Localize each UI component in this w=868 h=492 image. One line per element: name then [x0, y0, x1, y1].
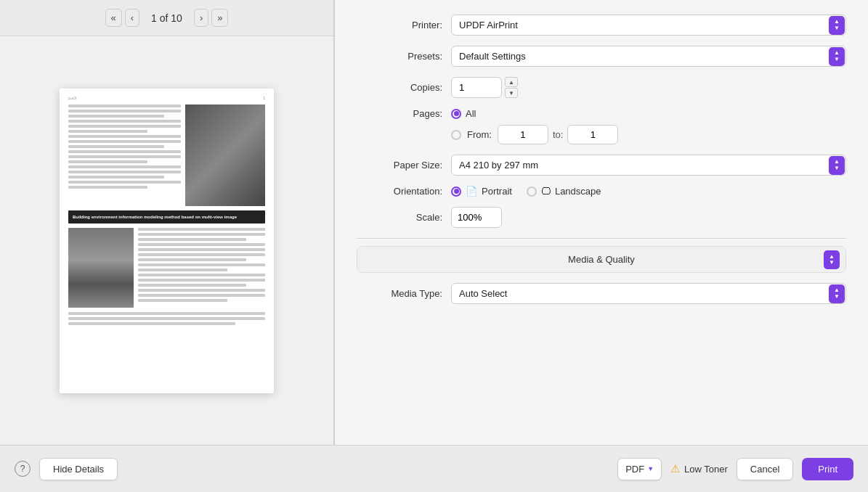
copies-control: ▲ ▼ — [451, 77, 846, 98]
portrait-option[interactable]: 📄 Portrait — [451, 186, 512, 197]
text-line — [138, 238, 246, 241]
text-line — [138, 284, 246, 287]
text-line — [68, 171, 181, 173]
orientation-label: Orientation: — [357, 186, 451, 197]
text-line — [68, 110, 181, 112]
doc-title-box: Building environment information modelin… — [68, 210, 265, 224]
text-line — [138, 263, 265, 266]
section-divider — [357, 238, 846, 239]
printer-row: Printer: UPDF AirPrint ▲ ▼ — [357, 15, 846, 36]
text-line — [138, 248, 265, 251]
text-line — [68, 176, 164, 179]
paper-size-select[interactable]: A4 210 by 297 mm — [451, 155, 846, 176]
landscape-label: Landscape — [555, 186, 601, 197]
nav-next-icon: › — [200, 12, 203, 23]
paper-size-control: A4 210 by 297 mm ▲ ▼ — [451, 155, 846, 176]
text-line — [68, 317, 265, 320]
text-line — [68, 140, 181, 143]
media-quality-stepper[interactable]: ▲ ▼ — [824, 250, 840, 269]
doc-columns — [68, 104, 265, 206]
media-type-control: Auto Select ▲ ▼ — [451, 283, 846, 304]
printer-select[interactable]: UPDF AirPrint — [451, 15, 846, 36]
portrait-icon: 📄 — [466, 186, 477, 197]
text-line — [68, 312, 265, 315]
nav-next-button[interactable]: › — [194, 9, 208, 27]
text-line — [68, 135, 181, 138]
text-line — [138, 243, 265, 246]
doc-bottom — [68, 228, 265, 308]
text-line — [68, 155, 181, 158]
print-button[interactable]: Print — [802, 458, 853, 480]
nav-prev-button[interactable]: ‹ — [125, 9, 139, 27]
landscape-option[interactable]: 🖵 Landscape — [527, 186, 601, 197]
help-button[interactable]: ? — [15, 461, 31, 477]
portrait-radio[interactable] — [451, 186, 461, 197]
text-line — [68, 150, 181, 153]
presets-stepper[interactable]: ▲ ▼ — [829, 47, 845, 66]
pages-section: Pages: All From: to: — [357, 108, 846, 144]
low-toner-label: Low Toner — [684, 464, 728, 475]
cancel-button[interactable]: Cancel — [737, 458, 793, 480]
stepper-up-icon: ▲ — [834, 19, 840, 25]
pages-range-option[interactable] — [451, 130, 461, 140]
copies-row: Copies: ▲ ▼ — [357, 77, 846, 98]
text-line — [138, 279, 265, 282]
text-line — [68, 322, 235, 325]
pages-all-option[interactable]: All — [451, 108, 476, 119]
doc-bottom-text-col — [138, 228, 265, 308]
text-line — [138, 294, 265, 297]
text-line — [68, 125, 181, 128]
text-line — [138, 228, 265, 231]
hide-details-button[interactable]: Hide Details — [39, 458, 118, 480]
pages-to-label: to: — [553, 129, 563, 140]
text-line — [68, 145, 164, 148]
media-type-stepper[interactable]: ▲ ▼ — [829, 284, 845, 303]
text-line — [68, 165, 181, 168]
nav-last-button[interactable]: » — [211, 9, 228, 27]
pages-to-input[interactable] — [567, 125, 618, 144]
media-type-select-wrapper: Auto Select ▲ ▼ — [451, 283, 846, 304]
media-quality-header[interactable]: Media & Quality ▲ ▼ — [357, 246, 846, 273]
pdf-button[interactable]: PDF ▼ — [617, 458, 662, 480]
copies-increment-button[interactable]: ▲ — [505, 77, 518, 87]
doc-image — [185, 104, 265, 206]
stepper-down-icon: ▼ — [834, 57, 840, 62]
pages-from-input[interactable] — [498, 125, 548, 144]
paper-size-stepper[interactable]: ▲ ▼ — [829, 156, 845, 175]
presets-control: Default Settings ▲ ▼ — [451, 46, 846, 67]
nav-bar: « ‹ 1 of 10 › » — [0, 0, 333, 36]
pages-range-radio[interactable] — [451, 130, 461, 140]
copies-stepper: ▲ ▼ — [505, 77, 518, 98]
pages-all-radio[interactable] — [451, 109, 461, 119]
page-indicator: 1 of 10 — [151, 12, 182, 24]
doc-footer — [68, 312, 265, 325]
preview-content: p.a.91 — [68, 96, 265, 386]
pdf-chevron-icon: ▼ — [647, 465, 654, 472]
copies-decrement-button[interactable]: ▼ — [505, 88, 518, 98]
media-type-select[interactable]: Auto Select — [451, 283, 846, 304]
scale-row: Scale: — [357, 207, 846, 228]
text-line — [68, 115, 164, 118]
printer-select-wrapper: UPDF AirPrint ▲ ▼ — [451, 15, 846, 36]
paper-size-select-wrapper: A4 210 by 297 mm ▲ ▼ — [451, 155, 846, 176]
paper-size-label: Paper Size: — [357, 160, 451, 171]
scale-input[interactable] — [451, 207, 502, 228]
pdf-label: PDF — [625, 464, 644, 475]
copies-input[interactable] — [451, 77, 502, 98]
presets-select[interactable]: Default Settings — [451, 46, 846, 67]
preview-area: p.a.91 — [45, 36, 288, 445]
pages-label: Pages: — [357, 108, 451, 119]
stepper-up-icon: ▲ — [834, 159, 840, 165]
printer-stepper[interactable]: ▲ ▼ — [829, 16, 845, 35]
landscape-radio[interactable] — [527, 186, 537, 197]
right-panel: Printer: UPDF AirPrint ▲ ▼ Presets: — [335, 0, 868, 445]
media-type-row: Media Type: Auto Select ▲ ▼ — [357, 283, 846, 304]
pages-row: Pages: All — [357, 108, 846, 119]
pages-all-label: All — [466, 108, 476, 119]
nav-first-button[interactable]: « — [105, 9, 122, 27]
text-line — [138, 299, 227, 302]
presets-row: Presets: Default Settings ▲ ▼ — [357, 46, 846, 67]
pages-range-row: From: to: — [451, 125, 846, 144]
stepper-down-icon: ▼ — [834, 165, 840, 171]
doc-bottom-image — [68, 228, 134, 308]
